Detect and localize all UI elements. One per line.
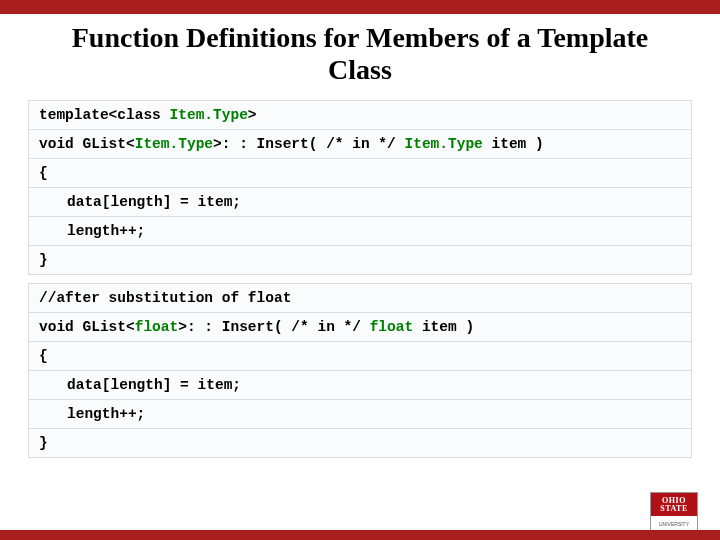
code-line: { — [29, 159, 692, 188]
type-keyword: Item.Type — [404, 136, 482, 152]
type-keyword: Item.Type — [170, 107, 248, 123]
code-block-template: template<class Item.Type> void GList<Ite… — [28, 100, 692, 275]
code-line: void GList<Item.Type>: : Insert( /* in *… — [29, 130, 692, 159]
bottom-red-band — [0, 530, 720, 540]
code-line: //after substitution of float — [29, 284, 692, 313]
code-line: data[length] = item; — [29, 188, 692, 217]
code-line: template<class Item.Type> — [29, 101, 692, 130]
ohio-state-logo: OHIO STATE UNIVERSITY — [650, 492, 698, 534]
slide-title: Function Definitions for Members of a Te… — [0, 14, 720, 96]
code-line: length++; — [29, 217, 692, 246]
code-line: length++; — [29, 400, 692, 429]
code-line: void GList<float>: : Insert( /* in */ fl… — [29, 313, 692, 342]
code-block-float: //after substitution of float void GList… — [28, 283, 692, 458]
type-keyword: float — [370, 319, 414, 335]
logo-top-text: OHIO STATE — [651, 493, 697, 516]
code-line: data[length] = item; — [29, 371, 692, 400]
top-red-band — [0, 0, 720, 14]
code-line: } — [29, 429, 692, 458]
type-keyword: Item.Type — [135, 136, 213, 152]
code-line: } — [29, 246, 692, 275]
code-line: { — [29, 342, 692, 371]
type-keyword: float — [135, 319, 179, 335]
